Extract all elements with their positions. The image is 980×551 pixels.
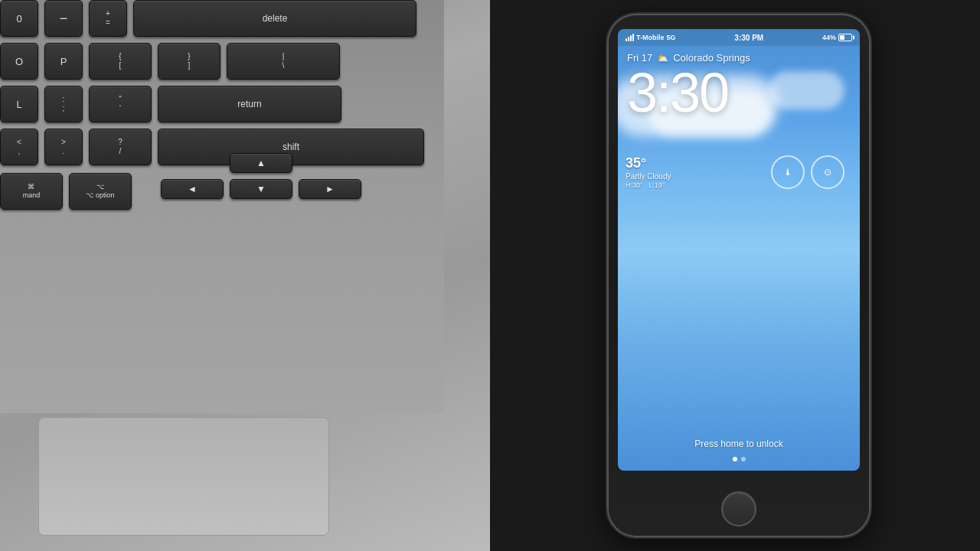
key-gt[interactable]: > . [44, 129, 83, 165]
trackpad[interactable] [38, 417, 329, 536]
status-left: T-Mobile 5G [626, 34, 676, 41]
laptop-body: 0 − + = delete O P [0, 0, 490, 551]
signal-bars [626, 34, 634, 41]
status-time: 3:30 PM [734, 34, 763, 42]
weather-info: 35° Partly Cloudy H:30° L:19° [626, 155, 671, 189]
page-dots [618, 457, 860, 461]
page-dot-active [733, 457, 737, 461]
key-semicolon[interactable]: : ; [44, 86, 83, 122]
weather-icons: 🌡 ⊙ [771, 155, 844, 189]
key-option[interactable]: ⌥ ⌥ option [69, 173, 132, 210]
key-minus[interactable]: − [44, 0, 83, 37]
key-lt[interactable]: < , [0, 129, 38, 165]
weather-icon-1: 🌡 [771, 155, 805, 189]
key-equals[interactable]: + = [89, 0, 127, 37]
weather-description: Partly Cloudy [626, 172, 671, 181]
key-arrow-left[interactable]: ◄ [161, 179, 224, 199]
key-0[interactable]: 0 [0, 0, 38, 37]
key-rbrace[interactable]: } ] [158, 43, 220, 80]
press-home-label: Press home to unlock [618, 439, 860, 449]
battery-percentage: 44% [822, 34, 836, 41]
key-quote[interactable]: " ' [89, 86, 152, 122]
key-pipe[interactable]: | \ [227, 43, 340, 80]
key-l[interactable]: L [0, 86, 38, 122]
key-arrow-right[interactable]: ► [299, 179, 361, 199]
keyboard-keys: 0 − + = delete O P [0, 0, 444, 406]
key-return[interactable]: return [158, 86, 341, 122]
phone-screen: T-Mobile 5G 3:30 PM 44% Fri 17 ⛅ Colorad… [618, 29, 860, 471]
lock-screen-content: Fri 17 ⛅ Colorado Springs 3:30 [618, 46, 860, 132]
weather-icon-2: ⊙ [811, 155, 844, 189]
weather-high-low: H:30° L:19° [626, 181, 671, 189]
key-arrow-up[interactable]: ▲ [230, 153, 292, 173]
weather-temp: 35° [626, 155, 671, 171]
key-command[interactable]: ⌘ mand [0, 173, 63, 210]
battery-icon [838, 34, 852, 41]
weather-widget: 35° Partly Cloudy H:30° L:19° 🌡 ⊙ [626, 155, 852, 189]
carrier-label: T-Mobile [636, 34, 665, 41]
network-label: 5G [667, 34, 676, 41]
key-o[interactable]: O [0, 43, 38, 80]
phone: T-Mobile 5G 3:30 PM 44% Fri 17 ⛅ Colorad… [609, 15, 869, 536]
phone-body: T-Mobile 5G 3:30 PM 44% Fri 17 ⛅ Colorad… [609, 15, 869, 536]
status-bar: T-Mobile 5G 3:30 PM 44% [618, 29, 860, 46]
status-right: 44% [822, 34, 852, 41]
key-arrow-down[interactable]: ▼ [230, 179, 292, 199]
key-lbrace[interactable]: { [ [89, 43, 152, 80]
page-dot-inactive [741, 457, 746, 461]
home-button[interactable] [721, 491, 756, 527]
key-delete[interactable]: delete [133, 0, 416, 37]
key-p[interactable]: P [44, 43, 83, 80]
key-slash[interactable]: ? / [89, 129, 152, 165]
keyboard-surface: 0 − + = delete O P [0, 0, 444, 413]
lock-time: 3:30 [627, 65, 851, 120]
